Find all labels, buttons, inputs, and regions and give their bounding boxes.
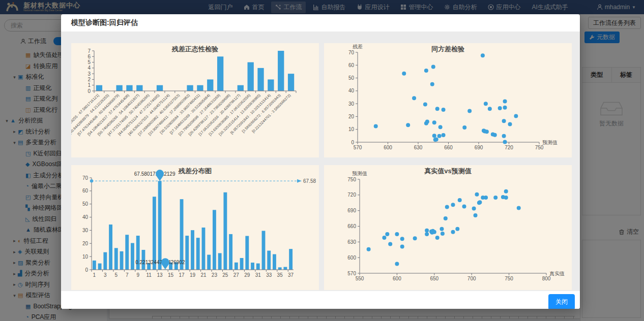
svg-text:70: 70 (348, 50, 355, 55)
svg-text:570: 570 (354, 145, 362, 150)
svg-text:29: 29 (244, 272, 250, 278)
svg-text:27: 27 (233, 272, 240, 278)
svg-text:630: 630 (347, 239, 356, 245)
svg-text:40: 40 (348, 88, 355, 93)
svg-text:800: 800 (542, 276, 551, 281)
svg-text:0: 0 (87, 88, 91, 94)
svg-text:60: 60 (348, 62, 355, 68)
svg-text:600: 600 (393, 276, 401, 281)
svg-text:15: 15 (168, 272, 174, 278)
svg-text:750: 750 (505, 276, 513, 281)
svg-text:真实值vs预测值: 真实值vs预测值 (424, 167, 471, 175)
svg-text:720: 720 (505, 145, 513, 150)
chart-residual-distribution: 0102030405060701357911131517192123252729… (71, 165, 319, 290)
modal-title: 模型诊断图:回归评估 (61, 14, 580, 31)
svg-text:720: 720 (347, 192, 356, 198)
svg-text:0.2213244701426902: 0.2213244701426902 (135, 260, 185, 265)
svg-text:10: 10 (348, 126, 355, 132)
svg-text:600: 600 (384, 145, 392, 150)
svg-text:17: 17 (179, 272, 185, 278)
svg-text:预测值: 预测值 (542, 140, 558, 145)
svg-text:7: 7 (126, 272, 129, 278)
svg-text:550: 550 (356, 276, 364, 281)
svg-text:6: 6 (87, 54, 91, 59)
svg-text:11: 11 (146, 272, 152, 278)
svg-text:5: 5 (115, 272, 118, 278)
svg-text:13: 13 (157, 272, 163, 278)
svg-text:690: 690 (475, 145, 483, 150)
svg-text:20: 20 (82, 241, 89, 246)
svg-text:33: 33 (266, 272, 272, 278)
svg-text:10: 10 (82, 254, 89, 260)
svg-text:3: 3 (104, 272, 107, 278)
svg-text:35: 35 (277, 272, 283, 278)
svg-text:20: 20 (348, 114, 355, 119)
svg-text:真实值: 真实值 (549, 271, 565, 276)
svg-text:30: 30 (348, 101, 355, 107)
svg-text:0: 0 (85, 267, 88, 273)
svg-text:630: 630 (414, 145, 423, 150)
svg-text:40: 40 (82, 214, 89, 220)
svg-text:31: 31 (255, 272, 261, 278)
modal-dialog: 模型诊断图:回归评估 01234567[64.212229255 - 67.58… (61, 14, 580, 309)
svg-text:2: 2 (87, 77, 91, 82)
chart-residual-normality: 01234567[64.212229255 - 67.5801716121][6… (71, 43, 319, 157)
svg-text:67.58: 67.58 (303, 178, 316, 184)
svg-text:660: 660 (347, 223, 356, 229)
chart-homoscedasticity: 010203040506070570600630660690720750残差预测… (324, 43, 572, 157)
svg-text:30: 30 (82, 228, 89, 233)
svg-text:残差: 残差 (353, 44, 363, 49)
svg-text:570: 570 (347, 271, 356, 276)
svg-text:23: 23 (212, 272, 218, 278)
svg-text:25: 25 (222, 272, 228, 278)
svg-text:660: 660 (444, 145, 453, 150)
svg-text:同方差检验: 同方差检验 (431, 45, 465, 53)
modal-footer: 关闭 (61, 291, 580, 309)
svg-text:67.580171612129: 67.580171612129 (134, 171, 175, 177)
svg-text:残差正态性检验: 残差正态性检验 (171, 45, 219, 53)
svg-text:70: 70 (82, 175, 89, 181)
svg-text:预测值: 预测值 (352, 171, 367, 176)
chart-grid: 01234567[64.212229255 - 67.5801716121][6… (61, 31, 580, 291)
svg-text:50: 50 (82, 201, 89, 207)
svg-text:21: 21 (200, 272, 207, 278)
svg-text:19: 19 (190, 272, 196, 278)
svg-text:0: 0 (351, 140, 354, 145)
svg-text:700: 700 (467, 276, 476, 281)
svg-text:750: 750 (347, 177, 356, 182)
chart-true-vs-predicted: 570600630660690720750550600650700750800预… (324, 165, 572, 290)
svg-text:750: 750 (535, 145, 544, 150)
svg-text:690: 690 (347, 208, 356, 213)
svg-text:5: 5 (87, 59, 91, 65)
svg-text:1: 1 (87, 82, 91, 88)
svg-text:50: 50 (348, 75, 355, 81)
svg-text:1: 1 (93, 272, 96, 278)
close-button[interactable]: 关闭 (548, 294, 575, 309)
svg-text:9: 9 (136, 272, 139, 278)
svg-text:600: 600 (347, 255, 356, 261)
svg-text:37: 37 (288, 272, 294, 278)
svg-text:4: 4 (87, 65, 91, 71)
svg-text:7: 7 (87, 48, 91, 54)
svg-text:650: 650 (430, 276, 438, 281)
svg-text:3: 3 (87, 71, 91, 77)
svg-text:残差分布图: 残差分布图 (178, 167, 212, 175)
svg-text:60: 60 (82, 188, 89, 194)
